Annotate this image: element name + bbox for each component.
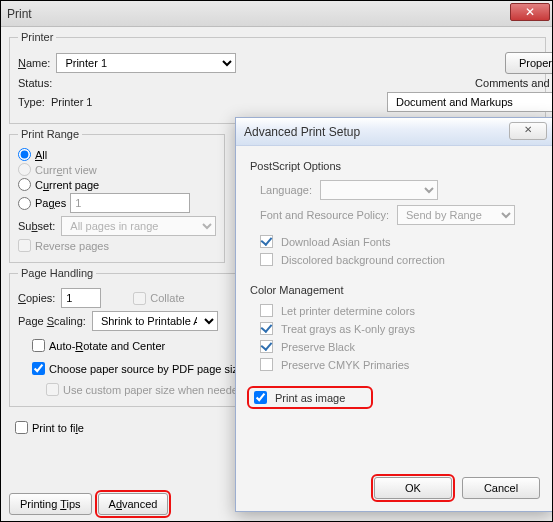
window-title: Print bbox=[7, 7, 32, 21]
ok-button[interactable]: OK bbox=[374, 477, 452, 499]
handling-legend: Page Handling bbox=[18, 267, 96, 279]
printer-name-select[interactable]: Printer 1 bbox=[56, 53, 236, 73]
advanced-print-setup-dialog: Advanced Print Setup ✕ PostScript Option… bbox=[235, 117, 553, 512]
adv-title: Advanced Print Setup bbox=[244, 125, 360, 139]
printer-group: Printer NName:ame: Printer 1 Properties … bbox=[9, 31, 546, 124]
custom-paper-check: Use custom paper size when needed bbox=[46, 383, 244, 396]
page-handling-group: Page Handling Copies: Copies: Collate Pa… bbox=[9, 267, 253, 407]
radio-pages-input[interactable] bbox=[18, 197, 31, 210]
preserve-black-check: Preserve Black bbox=[260, 340, 538, 353]
adv-titlebar: Advanced Print Setup ✕ bbox=[236, 118, 552, 146]
printing-tips-button[interactable]: Printing Tips bbox=[9, 493, 92, 515]
treat-grays-check: Treat grays as K-only grays bbox=[260, 322, 538, 335]
print-as-image-input[interactable] bbox=[254, 391, 267, 404]
name-label: NName:ame: bbox=[18, 57, 50, 69]
radio-current-page[interactable]: Current page Current page bbox=[18, 178, 216, 191]
reverse-pages-input bbox=[18, 239, 31, 252]
radio-current-view[interactable]: Current view Current view bbox=[18, 163, 216, 176]
language-select bbox=[320, 180, 438, 200]
scaling-select[interactable]: Shrink to Printable Area bbox=[92, 311, 218, 331]
adv-buttons: OK Cancel bbox=[374, 477, 540, 499]
cancel-button[interactable]: Cancel bbox=[462, 477, 540, 499]
postscript-section-title: PostScript Options bbox=[250, 160, 538, 172]
discolored-bg-check: Discolored background correction bbox=[260, 253, 538, 266]
auto-rotate-check[interactable]: Auto-Rotate and Center Auto-Rotate and C… bbox=[32, 339, 244, 352]
collate-check: Collate bbox=[133, 292, 184, 305]
print-range-group: Print Range All All Current view Current… bbox=[9, 128, 225, 263]
properties-button[interactable]: Properties bbox=[505, 52, 553, 74]
radio-all[interactable]: All All bbox=[18, 148, 216, 161]
preserve-cmyk-input bbox=[260, 358, 273, 371]
print-to-file-input[interactable] bbox=[15, 421, 28, 434]
choose-paper-check[interactable]: Choose paper source by PDF page size bbox=[32, 362, 244, 375]
radio-pages[interactable]: Pages Pages bbox=[18, 193, 216, 213]
range-legend: Print Range bbox=[18, 128, 82, 140]
adv-close-icon[interactable]: ✕ bbox=[509, 122, 547, 140]
radio-all-input[interactable] bbox=[18, 148, 31, 161]
preserve-cmyk-check: Preserve CMYK Primaries bbox=[260, 358, 538, 371]
titlebar: Print ✕ bbox=[1, 1, 553, 27]
font-policy-select: Send by Range bbox=[397, 205, 515, 225]
radio-current-view-input bbox=[18, 163, 31, 176]
print-as-image-check[interactable]: Print as image bbox=[250, 389, 370, 406]
treat-grays-input bbox=[260, 322, 273, 335]
font-policy-label: Font and Resource Policy: bbox=[260, 209, 389, 221]
copies-label: Copies: bbox=[18, 292, 55, 304]
comments-select[interactable]: Document and Markups bbox=[387, 92, 553, 112]
advanced-button[interactable]: Advanced bbox=[98, 493, 169, 515]
copies-input[interactable] bbox=[61, 288, 101, 308]
type-value: Printer 1 bbox=[51, 96, 93, 108]
comments-label: Comments and Forms: bbox=[475, 77, 553, 89]
download-asian-input bbox=[260, 235, 273, 248]
bottom-buttons: Printing Tips Printing Tips Advanced Adv… bbox=[9, 493, 168, 515]
auto-rotate-input[interactable] bbox=[32, 339, 45, 352]
collate-input bbox=[133, 292, 146, 305]
status-label: Status: bbox=[18, 77, 52, 89]
choose-paper-input[interactable] bbox=[32, 362, 45, 375]
discolored-bg-input bbox=[260, 253, 273, 266]
custom-paper-input bbox=[46, 383, 59, 396]
printer-legend: Printer bbox=[18, 31, 56, 43]
scaling-label: Page Scaling: bbox=[18, 315, 86, 327]
type-label: Type: bbox=[18, 96, 45, 108]
subset-label: Subset: bbox=[18, 220, 55, 232]
download-asian-check: Download Asian Fonts bbox=[260, 235, 538, 248]
close-icon[interactable]: ✕ bbox=[510, 3, 550, 21]
color-section-title: Color Management bbox=[250, 284, 538, 296]
pages-input bbox=[70, 193, 190, 213]
let-printer-input bbox=[260, 304, 273, 317]
reverse-pages-check: Reverse pages bbox=[18, 239, 216, 252]
preserve-black-input bbox=[260, 340, 273, 353]
let-printer-check: Let printer determine colors bbox=[260, 304, 538, 317]
radio-current-page-input[interactable] bbox=[18, 178, 31, 191]
language-label: Language: bbox=[260, 184, 312, 196]
subset-select: All pages in range bbox=[61, 216, 216, 236]
